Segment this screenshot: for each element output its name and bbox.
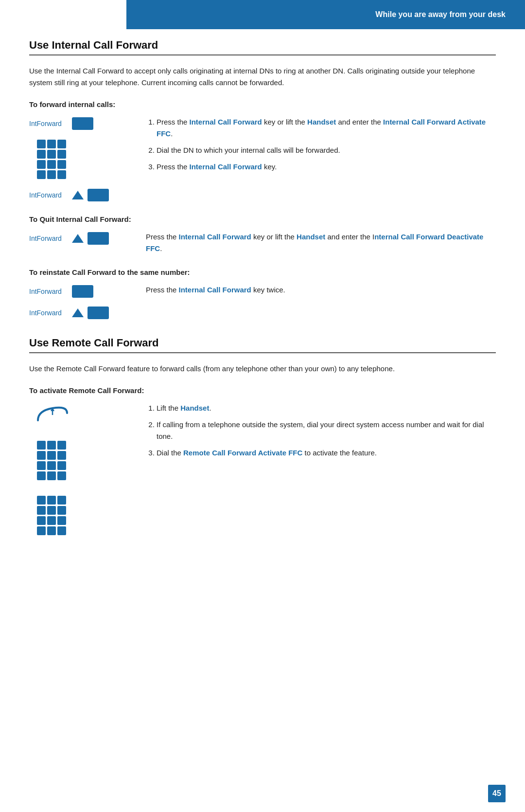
kk — [37, 160, 46, 169]
kk — [47, 451, 56, 460]
header-text: While you are away from your desk — [375, 10, 506, 19]
quit-key-label: IntForward — [29, 235, 68, 242]
remote-steps-list: Lift the Handset. If calling from a tele… — [146, 402, 496, 459]
reinstate-desc: Press the Internal Call Forward key twic… — [146, 284, 496, 296]
kk — [37, 526, 46, 535]
key-row-3: IntForward — [29, 189, 136, 201]
forward-steps-list: Press the Internal Call Forward key or l… — [146, 116, 496, 173]
kk — [47, 471, 56, 480]
kk — [57, 496, 66, 505]
activate-remote-block: Lift the Handset. If calling from a tele… — [29, 402, 496, 535]
arrow-icon-reinstate — [72, 308, 84, 317]
handset-icon — [33, 403, 72, 428]
forward-internal-right: Press the Internal Call Forward key or l… — [146, 116, 496, 201]
kk — [47, 150, 56, 159]
reinstate-key-label-1: IntForward — [29, 288, 68, 295]
remote-step-3: Dial the Remote Call Forward Activate FF… — [157, 447, 496, 459]
arrow-icon-1 — [72, 191, 84, 199]
forward-internal-left: IntForward — [29, 116, 136, 201]
remote-cf-title: Use Remote Call Forward — [29, 337, 496, 353]
key-row-1: IntForward — [29, 117, 136, 130]
internal-cf-intro: Use the Internal Call Forward to accept … — [29, 65, 496, 89]
bold-handset-quit: Handset — [297, 233, 325, 241]
kk — [47, 461, 56, 470]
reinstate-section: To reinstate Call Forward to the same nu… — [29, 268, 496, 319]
handset-icon-wrap — [33, 403, 136, 429]
keypad-grid-remote-2 — [37, 496, 136, 535]
kk — [57, 516, 66, 525]
quit-key-row: IntForward — [29, 232, 136, 245]
key-btn-1 — [72, 117, 93, 130]
bold-icf-quit: Internal Call Forward — [179, 233, 251, 241]
quit-internal-left: IntForward — [29, 231, 136, 254]
kk — [57, 461, 66, 470]
kk — [57, 451, 66, 460]
kk — [37, 461, 46, 470]
activate-remote-left — [29, 402, 136, 535]
internal-cf-title: Use Internal Call Forward — [29, 39, 496, 55]
keypad-grid-remote-1 — [37, 441, 136, 480]
bold-handset-remote: Handset — [180, 404, 209, 412]
reinstate-key-btn-1 — [72, 285, 93, 298]
keypad-remote-1 — [33, 441, 136, 480]
reinstate-key-label-2: IntForward — [29, 309, 68, 317]
kk — [47, 526, 56, 535]
kk — [37, 506, 46, 515]
forward-internal-label: To forward internal calls: — [29, 100, 496, 108]
bold-icf-1: Internal Call Forward — [190, 118, 262, 126]
step-3: Press the Internal Call Forward key. — [157, 161, 496, 173]
keypad-remote-2 — [33, 496, 136, 535]
forward-internal-block: IntForward — [29, 116, 496, 201]
quit-internal-section: To Quit Internal Call Forward: IntForwar… — [29, 215, 496, 254]
kk — [37, 441, 46, 450]
remote-cf-intro: Use the Remote Call Forward feature to f… — [29, 363, 496, 375]
kk — [57, 150, 66, 159]
key-label-1: IntForward — [29, 120, 68, 127]
kk — [57, 526, 66, 535]
kk — [57, 140, 66, 148]
kk — [57, 506, 66, 515]
bold-icf-3: Internal Call Forward — [190, 162, 262, 171]
step-2: Dial the DN to which your internal calls… — [157, 144, 496, 156]
step-1: Press the Internal Call Forward key or l… — [157, 116, 496, 140]
kk — [37, 140, 46, 148]
reinstate-key-row-1: IntForward — [29, 285, 136, 298]
kk — [57, 170, 66, 179]
quit-internal-right: Press the Internal Call Forward key or l… — [146, 231, 496, 254]
bold-handset-1: Handset — [307, 118, 336, 126]
reinstate-key-btn-2 — [88, 307, 109, 319]
kk — [37, 471, 46, 480]
key-label-3: IntForward — [29, 191, 68, 199]
bold-rcf-ffc: Remote Call Forward Activate FFC — [183, 449, 302, 457]
reinstate-left: IntForward IntForward — [29, 284, 136, 319]
kk — [47, 506, 56, 515]
kk — [47, 170, 56, 179]
keypad-grid-1 — [37, 140, 136, 179]
reinstate-label: To reinstate Call Forward to the same nu… — [29, 268, 496, 276]
activate-remote-right: Lift the Handset. If calling from a tele… — [146, 402, 496, 535]
kk — [57, 160, 66, 169]
header-bar: While you are away from your desk — [126, 0, 525, 29]
kk — [37, 496, 46, 505]
arrow-icon-quit — [72, 234, 84, 243]
quit-internal-label: To Quit Internal Call Forward: — [29, 215, 496, 223]
kk — [47, 441, 56, 450]
kk — [57, 441, 66, 450]
kk — [37, 516, 46, 525]
kk — [37, 170, 46, 179]
kk — [47, 496, 56, 505]
quit-key-btn — [88, 232, 109, 245]
quit-internal-block: IntForward Press the Internal Call Forwa… — [29, 231, 496, 254]
activate-remote-section: To activate Remote Call Forward: — [29, 386, 496, 535]
remote-step-2: If calling from a telephone outside the … — [157, 419, 496, 442]
reinstate-key-row-2: IntForward — [29, 307, 136, 319]
kk — [57, 471, 66, 480]
keypad-1 — [33, 140, 136, 179]
page-number: 45 — [488, 785, 506, 802]
remote-cf-section: Use Remote Call Forward — [29, 337, 496, 353]
kk — [37, 150, 46, 159]
bold-icf-reinstate: Internal Call Forward — [179, 286, 251, 294]
remote-step-1: Lift the Handset. — [157, 402, 496, 414]
kk — [47, 140, 56, 148]
activate-remote-label: To activate Remote Call Forward: — [29, 386, 496, 395]
